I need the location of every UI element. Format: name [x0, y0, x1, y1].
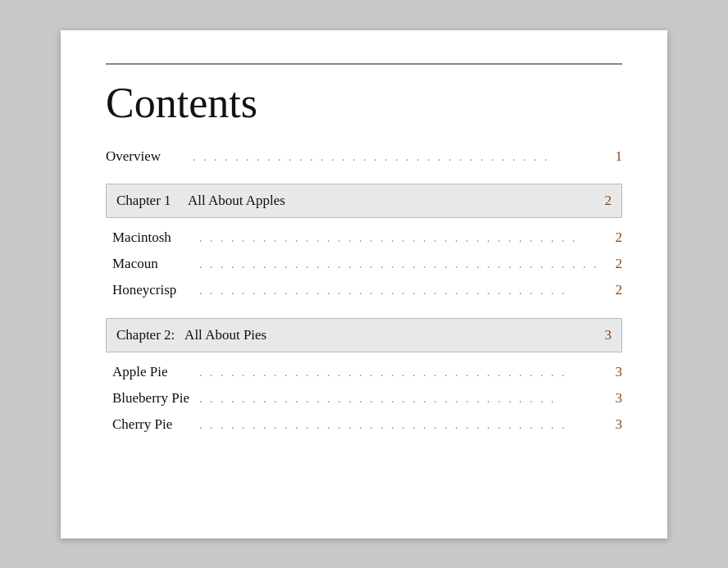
list-item: Macoun . . . . . . . . . . . . . . . . .…: [106, 251, 622, 277]
list-item: Blueberry Pie . . . . . . . . . . . . . …: [106, 385, 622, 411]
chapter-1-page: 2: [605, 193, 612, 209]
entry-title: Macoun: [112, 256, 194, 272]
entry-page: 2: [606, 256, 622, 272]
entry-dots: . . . . . . . . . . . . . . . . . . . . …: [199, 232, 601, 245]
entry-dots: . . . . . . . . . . . . . . . . . . . . …: [199, 366, 601, 379]
overview-title: Overview: [106, 148, 188, 165]
list-item: Apple Pie . . . . . . . . . . . . . . . …: [106, 359, 622, 385]
chapter-1-number: Chapter 1: [116, 193, 171, 208]
entry-dots: . . . . . . . . . . . . . . . . . . . . …: [199, 284, 601, 298]
page: Contents Overview . . . . . . . . . . . …: [61, 30, 667, 538]
entry-dots: . . . . . . . . . . . . . . . . . . . . …: [199, 393, 601, 406]
chapter-1-row: Chapter 1 All About Apples 2: [106, 184, 622, 218]
entry-dots: . . . . . . . . . . . . . . . . . . . . …: [199, 419, 601, 432]
entry-title: Apple Pie: [112, 364, 194, 380]
overview-page: 1: [606, 148, 622, 165]
page-title: Contents: [106, 80, 622, 126]
list-item: Cherry Pie . . . . . . . . . . . . . . .…: [106, 411, 622, 438]
entry-title: Blueberry Pie: [112, 390, 194, 407]
entry-page: 2: [606, 282, 622, 298]
chapter-2-page: 3: [605, 327, 612, 343]
chapter-2-label: Chapter 2: All About Pies: [116, 327, 605, 343]
entry-page: 3: [606, 416, 622, 433]
entry-title: Honeycrisp: [112, 282, 194, 298]
list-item: Honeycrisp . . . . . . . . . . . . . . .…: [106, 277, 622, 303]
entry-page: 2: [606, 229, 622, 246]
chapter-2-row: Chapter 2: All About Pies 3: [106, 318, 622, 352]
top-rule: [106, 63, 622, 65]
chapter-2-title: All About Pies: [184, 327, 266, 343]
entry-page: 3: [606, 364, 622, 380]
entry-dots: . . . . . . . . . . . . . . . . . . . . …: [199, 258, 601, 271]
overview-entry: Overview . . . . . . . . . . . . . . . .…: [106, 144, 622, 169]
list-item: Macintosh . . . . . . . . . . . . . . . …: [106, 225, 622, 251]
chapter-1-title: All About Apples: [188, 193, 285, 208]
overview-dots: . . . . . . . . . . . . . . . . . . . . …: [193, 151, 601, 164]
entry-title: Cherry Pie: [112, 416, 194, 433]
chapter-2-number: Chapter 2:: [116, 327, 175, 343]
entry-title: Macintosh: [112, 229, 194, 246]
entry-page: 3: [606, 390, 622, 407]
chapter-1-label: Chapter 1 All About Apples: [116, 193, 605, 209]
